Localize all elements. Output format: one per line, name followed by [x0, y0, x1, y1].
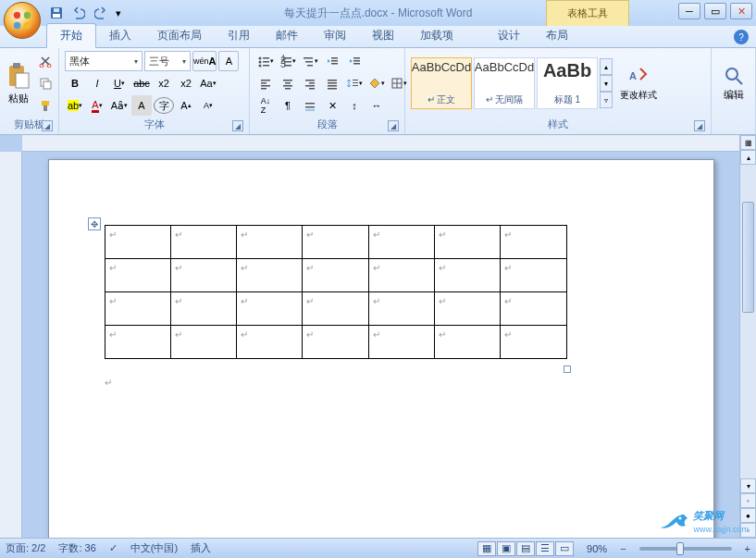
table-cell[interactable]: ↵: [368, 226, 434, 259]
enclosed-char-button[interactable]: 字: [154, 97, 174, 114]
tab-design[interactable]: 设计: [485, 24, 533, 47]
phonetic-guide-icon[interactable]: wénA: [192, 51, 217, 71]
full-screen-view-icon[interactable]: ▣: [497, 541, 515, 556]
table-cell[interactable]: ↵: [434, 292, 500, 326]
italic-button[interactable]: I: [87, 73, 107, 93]
maximize-button[interactable]: ▭: [704, 3, 726, 19]
grow-font-button[interactable]: A▴: [176, 95, 196, 116]
align-right-button[interactable]: [300, 73, 320, 93]
table-cell[interactable]: ↵: [434, 259, 500, 292]
find-button[interactable]: 编辑: [717, 51, 750, 116]
indent-marker-button[interactable]: ✕: [322, 95, 342, 116]
paragraph-dialog-launcher[interactable]: ◢: [388, 120, 399, 131]
style-no-spacing[interactable]: AaBbCcDd↵ 无间隔: [474, 57, 535, 109]
table-cell[interactable]: ↵: [170, 292, 236, 326]
table-cell[interactable]: ↵: [105, 226, 170, 259]
draft-view-icon[interactable]: ▭: [555, 541, 574, 556]
line-spacing-button[interactable]: ▾: [344, 73, 365, 93]
save-icon[interactable]: [46, 3, 67, 23]
zoom-thumb[interactable]: [676, 542, 684, 555]
text-direction-button[interactable]: ↔: [366, 95, 387, 116]
cut-icon[interactable]: [35, 51, 56, 71]
shrink-font-button[interactable]: A▾: [198, 95, 218, 116]
numbering-button[interactable]: 123▾: [278, 51, 298, 71]
office-button[interactable]: [4, 2, 41, 39]
underline-button[interactable]: U▾: [109, 73, 130, 93]
web-layout-view-icon[interactable]: ▤: [516, 541, 535, 556]
table-cell[interactable]: ↵: [368, 259, 434, 292]
table-cell[interactable]: ↵: [303, 292, 368, 326]
table-cell[interactable]: ↵: [368, 292, 434, 326]
tab-view[interactable]: 视图: [359, 24, 407, 47]
tab-insert[interactable]: 插入: [96, 24, 144, 47]
increase-indent-button[interactable]: [344, 51, 365, 71]
table-cell[interactable]: ↵: [105, 326, 170, 359]
table-cell[interactable]: ↵: [237, 326, 303, 359]
tab-addins[interactable]: 加载项: [407, 24, 466, 47]
table-cell[interactable]: ↵: [434, 226, 500, 259]
table-cell[interactable]: ↵: [501, 259, 566, 292]
table-cell[interactable]: ↵: [237, 226, 303, 259]
scroll-thumb[interactable]: [742, 202, 754, 313]
outline-view-icon[interactable]: ☰: [536, 541, 554, 556]
ruler-toggle-icon[interactable]: ▦: [740, 135, 756, 150]
gallery-up-icon[interactable]: ▴: [600, 58, 613, 75]
tab-page-layout[interactable]: 页面布局: [144, 24, 215, 47]
font-dialog-launcher[interactable]: ◢: [232, 120, 243, 131]
qat-dropdown-icon[interactable]: ▾: [113, 3, 124, 23]
sort-button[interactable]: A↓Z: [255, 95, 276, 116]
style-normal[interactable]: AaBbCcDd↵ 正文: [411, 57, 472, 109]
font-size-combo[interactable]: 三号▾: [144, 51, 191, 71]
align-center-button[interactable]: [278, 73, 298, 93]
char-border-icon[interactable]: A: [218, 51, 239, 71]
font-color-button[interactable]: A▾: [87, 95, 107, 116]
table-cell[interactable]: ↵: [170, 226, 236, 259]
table-cell[interactable]: ↵: [303, 326, 368, 359]
gallery-more-icon[interactable]: ▿: [600, 92, 613, 108]
strikethrough-button[interactable]: abc: [131, 73, 152, 93]
table-cell[interactable]: ↵: [105, 259, 170, 292]
show-marks-button[interactable]: ¶: [278, 95, 298, 116]
justify-button[interactable]: [322, 73, 342, 93]
table-cell[interactable]: ↵: [501, 292, 566, 326]
document-table[interactable]: ↵↵↵↵↵↵↵↵↵↵↵↵↵↵↵↵↵↵↵↵↵↵↵↵↵↵↵↵: [105, 225, 567, 359]
table-move-handle[interactable]: ✥: [88, 217, 101, 230]
gallery-down-icon[interactable]: ▾: [600, 75, 613, 92]
page[interactable]: ✥ ↵↵↵↵↵↵↵↵↵↵↵↵↵↵↵↵↵↵↵↵↵↵↵↵↵↵↵↵ ↵: [48, 159, 714, 538]
table-cell[interactable]: ↵: [237, 259, 303, 292]
styles-dialog-launcher[interactable]: ◢: [694, 120, 705, 131]
table-cell[interactable]: ↵: [368, 326, 434, 359]
scroll-track[interactable]: [740, 165, 756, 478]
browse-prev-icon[interactable]: ◦: [740, 493, 756, 508]
contextual-tab-table-tools[interactable]: 表格工具: [546, 0, 629, 26]
copy-icon[interactable]: [35, 73, 56, 93]
table-resize-handle[interactable]: [564, 366, 571, 373]
scroll-up-icon[interactable]: ▴: [740, 150, 756, 165]
subscript-button[interactable]: x2: [154, 73, 174, 93]
char-scale-button[interactable]: Aȃ▾: [109, 95, 130, 116]
document-scroll[interactable]: ✥ ↵↵↵↵↵↵↵↵↵↵↵↵↵↵↵↵↵↵↵↵↵↵↵↵↵↵↵↵ ↵: [22, 152, 739, 538]
minimize-button[interactable]: ─: [678, 3, 700, 19]
highlight-button[interactable]: ab▾: [65, 95, 85, 116]
close-button[interactable]: ✕: [730, 3, 752, 19]
status-language[interactable]: 中文(中国): [130, 541, 178, 555]
bullets-button[interactable]: ▾: [255, 51, 276, 71]
zoom-in-button[interactable]: +: [745, 543, 750, 554]
font-name-combo[interactable]: 黑体▾: [65, 51, 143, 71]
bold-button[interactable]: B: [65, 73, 85, 93]
status-page[interactable]: 页面: 2/2: [6, 541, 45, 555]
format-painter-icon[interactable]: [35, 95, 56, 116]
scroll-down-icon[interactable]: ▾: [740, 478, 756, 493]
clipboard-dialog-launcher[interactable]: ◢: [42, 120, 53, 131]
asian-layout-button[interactable]: ↕: [344, 95, 365, 116]
change-case-button[interactable]: Aa▾: [198, 73, 218, 93]
vertical-scrollbar[interactable]: ▦ ▴ ▾ ◦ ● ◦: [739, 135, 756, 538]
tab-review[interactable]: 审阅: [311, 24, 359, 47]
table-cell[interactable]: ↵: [237, 292, 303, 326]
table-cell[interactable]: ↵: [303, 259, 368, 292]
char-shading-button[interactable]: A: [131, 95, 152, 116]
shading-button[interactable]: ▾: [366, 73, 387, 93]
table-cell[interactable]: ↵: [434, 326, 500, 359]
table-cell[interactable]: ↵: [170, 259, 236, 292]
multilevel-button[interactable]: ▾: [300, 51, 320, 71]
